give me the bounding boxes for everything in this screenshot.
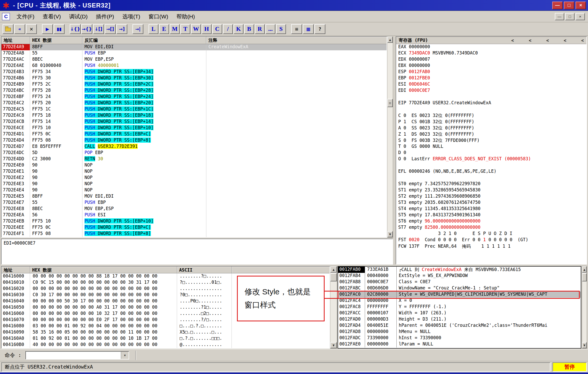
disasm-comment-cell[interactable] — [206, 119, 387, 125]
register-line[interactable]: EDI 0000C0E7 — [396, 88, 586, 94]
stack-row[interactable]: 0012FAD800000000hMenu = NULL — [338, 329, 581, 335]
column-header-address[interactable]: 地址 — [2, 37, 30, 44]
disasm-row[interactable]: 77D2E4DC5DPOP EBP — [2, 150, 387, 156]
disasm-hex-cell[interactable]: C2 3000 — [30, 156, 82, 162]
step-over-button[interactable]: →{} — [81, 24, 92, 34]
disasm-instruction-cell[interactable]: PUSH EBP — [82, 50, 206, 57]
dump-address-cell[interactable]: 00416080 — [2, 323, 30, 329]
dump-address-cell[interactable]: 00416000 — [2, 273, 30, 280]
register-line[interactable]: ST0 empty 7.3425752709622997820 — [396, 181, 586, 187]
dump-hex-cell[interactable]: 03 00 00 00 01 00 92 00 04 00 00 00 00 0… — [30, 323, 177, 329]
disasm-instruction-cell[interactable]: PUSH 40000001 — [82, 63, 206, 69]
scroll-up-button[interactable]: ▲ — [330, 266, 337, 273]
disasm-hex-cell[interactable]: 90 — [30, 169, 82, 175]
disasm-row[interactable]: 77D2E4E490NOP — [2, 187, 387, 193]
disasm-instruction-cell[interactable]: PUSH DWORD PTR SS:[EBP+10] — [82, 125, 206, 131]
patches-button[interactable]: / — [223, 24, 233, 34]
disasm-address-cell[interactable]: 77D2E4AC — [2, 57, 30, 63]
register-line[interactable]: O 0 LastErr ERROR_CLASS_DOES_NOT_EXIST (… — [396, 156, 586, 162]
animate-into-button[interactable]: ↓[] — [93, 24, 104, 34]
disasm-hex-cell[interactable]: FF75 1C — [30, 106, 82, 113]
dump-hex-cell[interactable]: 40 00 00 00 00 00 00 00 00 00 00 00 00 0… — [30, 342, 177, 348]
disasm-address-cell[interactable]: 77D2E4C2 — [2, 100, 30, 106]
dump-ascii-cell[interactable]: ?0□............. — [177, 292, 232, 298]
windows-button[interactable]: W — [191, 24, 201, 34]
disasm-row[interactable]: 77D2E4E090NOP — [2, 162, 387, 169]
dump-hex-cell[interactable]: 00 00 00 00 00 00 00 00 E0 2F 17 00 00 0… — [30, 317, 177, 323]
dump-ascii-cell[interactable]: ................ — [177, 286, 232, 292]
memory-map-button[interactable]: M — [170, 24, 180, 34]
disasm-hex-cell[interactable]: FF75 24 — [30, 94, 82, 100]
disasm-hex-cell[interactable]: FF75 14 — [30, 119, 82, 125]
disasm-address-cell[interactable]: 77D2E4BC — [2, 88, 30, 94]
disasm-row[interactable]: 77D2E4E390NOP — [2, 181, 387, 187]
register-line[interactable]: ST2 empty 111.29743639608906850 — [396, 193, 586, 200]
menu-item-window[interactable]: 窗口(W) — [144, 11, 172, 22]
dump-address-cell[interactable]: 00416070 — [2, 317, 30, 323]
disasm-instruction-cell[interactable]: PUSH ESI — [82, 212, 206, 218]
column-header-ascii[interactable]: ASCII — [177, 267, 232, 273]
menu-item-options[interactable]: 选项(T) — [118, 11, 144, 22]
disasm-comment-cell[interactable] — [206, 187, 387, 193]
disasm-row[interactable]: 77D2E4E88BECMOV EBP,ESP — [2, 206, 387, 212]
column-header-hex[interactable]: HEX 数据 — [30, 37, 82, 44]
disasm-hex-cell[interactable]: 8BFF — [30, 44, 82, 50]
disasm-hex-cell[interactable]: FF75 28 — [30, 88, 82, 94]
executables-button[interactable]: E — [159, 24, 169, 34]
stack-row[interactable]: 0012FAB0733EA61B┌CALL 到 CreateWindowExA … — [338, 267, 581, 273]
disasm-address-cell[interactable]: 77D2E4D7 — [2, 144, 30, 150]
app-icon[interactable] — [2, 2, 10, 9]
disasm-row[interactable]: 77D2E4B9FF75 2CPUSH DWORD PTR SS:[EBP+2C… — [2, 81, 387, 88]
header-arrow-icon[interactable]: < — [529, 38, 531, 43]
disasm-row[interactable]: 77D2E4E58BFFMOV EDI,EDI — [2, 193, 387, 200]
disasm-comment-cell[interactable] — [206, 206, 387, 212]
stack-value-cell[interactable]: 733EA61B — [365, 267, 397, 273]
disasm-instruction-cell[interactable]: MOV EDI,EDI — [82, 193, 206, 200]
disasm-row[interactable]: 77D2E4C8FF75 18PUSH DWORD PTR SS:[EBP+18… — [2, 113, 387, 119]
disasm-comment-cell[interactable] — [206, 162, 387, 169]
stack-row[interactable]: 0012FAE000000000lParam = NULL — [338, 341, 581, 348]
stack-value-cell[interactable]: 000000D3 — [365, 316, 397, 323]
command-input[interactable]: ▼ — [25, 351, 129, 359]
disasm-comment-cell[interactable] — [206, 200, 387, 206]
disasm-instruction-cell[interactable]: POP EBP — [82, 150, 206, 156]
disasm-hex-cell[interactable]: 56 — [30, 212, 82, 218]
disasm-hex-cell[interactable]: FF75 08 — [30, 137, 82, 144]
dump-address-cell[interactable]: 00416040 — [2, 298, 30, 304]
dump-ascii-cell[interactable]: □...□.?.□....... — [177, 323, 232, 329]
disasm-hex-cell[interactable]: FF75 0C — [30, 131, 82, 137]
disasm-hex-cell[interactable]: 8BEC — [30, 206, 82, 212]
stack-description-cell[interactable]: Width = 107 (263.) — [397, 310, 581, 316]
register-line[interactable]: EBX 00000000 — [396, 63, 586, 69]
disasm-address-cell[interactable]: 77D2E4F1 — [2, 231, 30, 237]
register-line[interactable]: A 0 SS 0023 32位 0(FFFFFFFF) — [396, 125, 586, 131]
disasm-instruction-cell[interactable]: NOP — [82, 162, 206, 169]
disasm-comment-cell[interactable] — [206, 175, 387, 181]
go-to-address-button[interactable]: →| — [132, 24, 143, 34]
dump-ascii-cell[interactable]: ....P0□......... — [177, 298, 232, 304]
scrollbar-thumb[interactable] — [582, 273, 587, 281]
dump-address-cell[interactable]: 004160A0 — [2, 336, 30, 342]
scroll-down-button[interactable]: ▼ — [387, 231, 393, 237]
minimize-button[interactable]: — — [552, 2, 563, 9]
stack-description-cell[interactable]: hParent = 0040051E ('CrouzCrackMe2',clas… — [397, 323, 581, 329]
disasm-comment-cell[interactable] — [206, 57, 387, 63]
stack-value-cell[interactable]: 00000107 — [365, 310, 397, 316]
register-line[interactable]: ECX 7349DAC0 MSVBVM60.7349DAC0 — [396, 50, 586, 57]
dump-scrollbar[interactable]: ▲ ▼ — [330, 266, 337, 349]
stack-row[interactable]: 0012FAD40040051EhParent = 0040051E ('Cro… — [338, 323, 581, 329]
stack-address-cell[interactable]: 0012FAB4 — [338, 273, 365, 279]
stack-row[interactable]: 0012FAC002C80000Style = WS_OVERLAPPED|WS… — [338, 292, 581, 298]
disasm-comment-cell[interactable] — [206, 212, 387, 218]
disasm-address-cell[interactable]: 77D2E4DC — [2, 150, 30, 156]
stack-value-cell[interactable]: 02C80000 — [365, 292, 397, 298]
stack-description-cell[interactable]: Height = D3 (211.) — [397, 316, 581, 323]
disasm-instruction-cell[interactable]: NOP — [82, 175, 206, 181]
disasm-hex-cell[interactable]: FF75 34 — [30, 69, 82, 75]
run-button[interactable]: ▶ — [42, 24, 53, 34]
scroll-up-button[interactable]: ▲ — [387, 37, 393, 43]
disasm-address-cell[interactable]: 77D2E4EB — [2, 218, 30, 225]
disasm-comment-cell[interactable] — [206, 69, 387, 75]
register-line[interactable]: EBP 0012FBE0 — [396, 75, 586, 81]
register-line[interactable]: ST6 empty 96.000000000000000000 — [396, 218, 586, 225]
